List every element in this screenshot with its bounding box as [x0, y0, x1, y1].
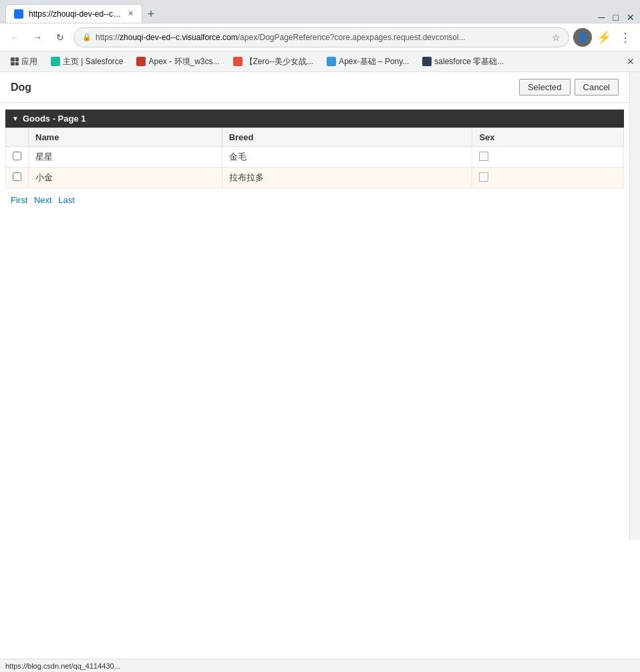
cancel-button[interactable]: Cancel — [575, 79, 619, 96]
url-bar[interactable]: 🔒 https://zhouqi-dev-ed--c.visualforce.c… — [73, 27, 569, 47]
extensions-button[interactable]: ⚡ — [595, 28, 613, 47]
bookmark-zero[interactable]: 【Zero--美少女战... — [228, 55, 319, 69]
sex-checkbox-icon — [479, 172, 488, 182]
menu-button[interactable]: ⋮ — [616, 28, 635, 47]
minimize-button[interactable]: ─ — [599, 12, 605, 23]
pagination-last[interactable]: Last — [58, 195, 75, 205]
section-title: Goods - Page 1 — [23, 114, 86, 124]
bookmark-salesforce-basic[interactable]: salesforce 零基础... — [417, 55, 509, 69]
maximize-button[interactable]: □ — [613, 12, 619, 23]
pagination-next[interactable]: Next — [34, 195, 52, 205]
bookmark-apex-basic[interactable]: Apex-基础 – Pony... — [321, 55, 414, 69]
row-select-cell — [6, 168, 29, 188]
bookmark-star-icon[interactable]: ☆ — [552, 32, 561, 43]
apex-basic-icon — [327, 57, 336, 66]
bookmarks-more-button[interactable]: ✕ — [627, 56, 635, 67]
row-name: 小金 — [29, 168, 222, 188]
col-header-sex: Sex — [472, 128, 624, 147]
table-row: 小金拉布拉多 — [6, 168, 624, 188]
apex-env-icon — [136, 57, 146, 66]
row-select-checkbox[interactable] — [13, 172, 21, 181]
row-breed: 拉布拉多 — [222, 168, 472, 188]
row-sex — [472, 147, 624, 168]
close-button[interactable]: ✕ — [627, 12, 635, 23]
row-breed: 金毛 — [222, 147, 472, 168]
bookmark-salesforce-label: 主页 | Salesforce — [63, 56, 123, 67]
header-actions: Selected Cancel — [519, 79, 619, 96]
url-text: https://zhouqi-dev-ed--c.visualforce.com… — [96, 33, 548, 42]
page-title: Dog — [11, 81, 519, 94]
user-account-button[interactable]: 👤 — [573, 28, 592, 47]
selected-button[interactable]: Selected — [519, 79, 571, 96]
scrollbar[interactable] — [629, 72, 640, 540]
section-collapse-icon[interactable]: ▼ — [12, 115, 19, 122]
col-header-checkbox — [6, 128, 29, 147]
tab-title: https://zhouqi-dev-ed--c.visu... — [29, 9, 122, 19]
refresh-button[interactable]: ↻ — [51, 28, 69, 47]
row-sex — [472, 168, 624, 188]
tab-favicon — [14, 9, 23, 19]
apps-grid-icon — [11, 57, 19, 65]
page-header: Dog Selected Cancel — [0, 72, 629, 103]
bookmark-apex-env-label: Apex - 环境_w3cs... — [148, 56, 219, 67]
section-header: ▼ Goods - Page 1 — [5, 110, 624, 128]
row-select-checkbox[interactable] — [13, 152, 21, 160]
back-button[interactable]: ← — [5, 28, 24, 47]
bookmark-salesforce[interactable]: 主页 | Salesforce — [45, 55, 128, 69]
pagination-first[interactable]: First — [11, 195, 27, 205]
salesforce-icon — [51, 57, 60, 66]
lock-icon: 🔒 — [82, 33, 92, 41]
pagination: First Next Last — [0, 188, 629, 212]
data-table: Name Breed Sex 星星金毛小金拉布拉多 — [5, 128, 624, 188]
salesforce-basic-icon — [422, 57, 432, 66]
active-tab[interactable]: https://zhouqi-dev-ed--c.visu... ✕ — [5, 4, 142, 23]
sex-checkbox-icon — [479, 152, 488, 161]
bookmark-apps[interactable]: 应用 — [5, 55, 43, 69]
new-tab-button[interactable]: + — [142, 5, 160, 23]
bookmark-zero-label: 【Zero--美少女战... — [245, 56, 314, 67]
zero-icon — [233, 57, 243, 66]
col-header-breed: Breed — [222, 128, 472, 147]
table-row: 星星金毛 — [6, 147, 624, 168]
row-select-cell — [6, 147, 29, 168]
forward-button[interactable]: → — [28, 28, 47, 47]
bookmark-apps-label: 应用 — [21, 56, 37, 67]
bookmark-apex-basic-label: Apex-基础 – Pony... — [339, 56, 409, 67]
browser-actions: 👤 ⚡ ⋮ — [573, 28, 635, 47]
bookmark-salesforce-basic-label: salesforce 零基础... — [434, 56, 504, 67]
tab-close-button[interactable]: ✕ — [128, 9, 134, 18]
row-name: 星星 — [29, 147, 222, 168]
bookmark-apex-env[interactable]: Apex - 环境_w3cs... — [131, 55, 224, 69]
col-header-name: Name — [29, 128, 222, 147]
